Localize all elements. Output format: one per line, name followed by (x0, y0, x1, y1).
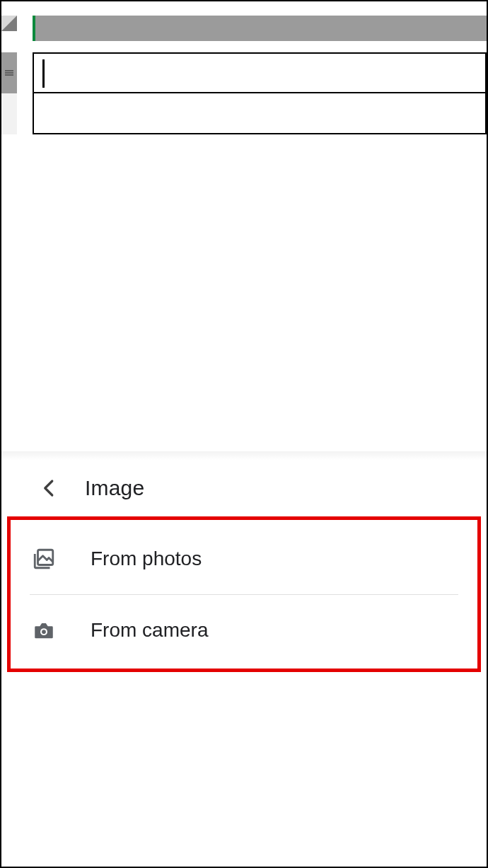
row-handle-icon (5, 70, 13, 76)
chevron-left-icon (39, 478, 60, 499)
spreadsheet-area (1, 1, 487, 454)
select-all-corner[interactable] (1, 16, 17, 31)
active-cell[interactable] (33, 52, 487, 93)
photos-icon (30, 545, 58, 573)
insert-image-sheet: Image From photos (1, 460, 487, 867)
back-button[interactable] (35, 474, 64, 502)
row-header-selected[interactable] (1, 52, 17, 93)
camera-icon (30, 616, 58, 644)
divider-shadow (1, 451, 487, 460)
sheet-title: Image (85, 476, 144, 500)
image-source-menu: From photos From camera (30, 523, 458, 665)
menu-item-from-camera[interactable]: From camera (30, 594, 458, 665)
app-frame: Image From photos (0, 0, 488, 868)
menu-item-label: From photos (91, 548, 202, 570)
menu-item-label: From camera (91, 619, 208, 642)
row-header[interactable] (1, 93, 17, 134)
svg-point-2 (42, 630, 46, 634)
sheet-header: Image (1, 460, 487, 516)
cell[interactable] (33, 93, 487, 134)
menu-item-from-photos[interactable]: From photos (30, 523, 458, 594)
column-header-selected[interactable] (33, 16, 487, 41)
text-cursor (42, 59, 45, 88)
